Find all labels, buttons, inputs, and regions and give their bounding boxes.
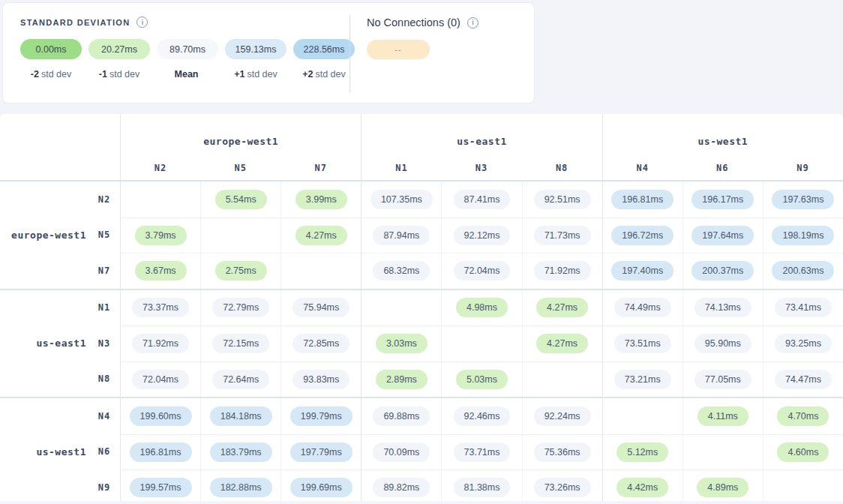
- latency-pill[interactable]: 92.24ms: [534, 406, 591, 426]
- latency-pill[interactable]: 89.82ms: [373, 478, 430, 497]
- info-icon[interactable]: i: [136, 16, 148, 28]
- latency-pill[interactable]: 68.32ms: [373, 261, 430, 280]
- latency-pill[interactable]: 5.54ms: [215, 190, 267, 209]
- latency-pill[interactable]: 5.12ms: [616, 442, 668, 462]
- latency-cell: 87.94ms: [361, 218, 441, 254]
- latency-pill[interactable]: 4.89ms: [697, 478, 748, 497]
- latency-pill[interactable]: 200.37ms: [692, 261, 754, 280]
- latency-pill[interactable]: 184.18ms: [210, 406, 272, 426]
- self-cell: [280, 253, 361, 289]
- latency-cell: 5.54ms: [200, 182, 280, 218]
- latency-pill[interactable]: 199.69ms: [290, 478, 352, 497]
- latency-pill[interactable]: 4.27ms: [536, 298, 588, 317]
- latency-pill[interactable]: 4.27ms: [296, 226, 347, 245]
- latency-pill[interactable]: 71.92ms: [534, 261, 591, 280]
- latency-pill[interactable]: 73.71ms: [454, 442, 511, 462]
- row-region-label: [0, 398, 88, 434]
- latency-cell: 71.73ms: [522, 218, 602, 254]
- latency-pill[interactable]: 75.94ms: [292, 298, 350, 317]
- latency-pill[interactable]: 4.42ms: [616, 478, 668, 497]
- latency-cell: 196.17ms: [682, 182, 763, 218]
- latency-pill[interactable]: 197.79ms: [290, 442, 352, 462]
- latency-pill[interactable]: 81.38ms: [454, 478, 511, 497]
- self-cell: [200, 218, 280, 254]
- latency-pill[interactable]: 71.92ms: [132, 334, 189, 353]
- latency-dashboard: STANDARD DEVIATION i 0.00ms-2std dev20.2…: [0, 0, 843, 504]
- latency-pill[interactable]: 87.41ms: [454, 190, 511, 209]
- latency-pill[interactable]: 72.85ms: [292, 334, 350, 353]
- legend-card: STANDARD DEVIATION i 0.00ms-2std dev20.2…: [2, 2, 535, 104]
- latency-pill[interactable]: 72.64ms: [212, 370, 269, 389]
- latency-pill[interactable]: 4.60ms: [777, 442, 829, 462]
- latency-cell: 92.24ms: [522, 398, 602, 434]
- latency-pill[interactable]: 92.51ms: [534, 190, 591, 209]
- latency-pill[interactable]: 71.73ms: [534, 226, 591, 245]
- latency-pill[interactable]: 199.79ms: [290, 406, 352, 426]
- latency-pill[interactable]: 77.05ms: [694, 370, 752, 389]
- latency-pill[interactable]: 5.03ms: [456, 370, 508, 389]
- latency-pill[interactable]: 200.63ms: [772, 261, 834, 280]
- latency-pill[interactable]: 107.35ms: [370, 190, 433, 209]
- latency-pill[interactable]: 196.72ms: [611, 226, 674, 245]
- latency-pill[interactable]: 75.36ms: [534, 442, 591, 462]
- latency-cell: 68.32ms: [361, 253, 441, 289]
- latency-pill[interactable]: 197.64ms: [692, 226, 754, 245]
- self-cell: [361, 290, 441, 326]
- info-icon[interactable]: i: [467, 17, 478, 28]
- row-region-label: [0, 470, 88, 501]
- latency-cell: 4.60ms: [763, 434, 843, 470]
- latency-pill[interactable]: 73.41ms: [775, 298, 832, 317]
- latency-pill[interactable]: 182.88ms: [210, 478, 272, 497]
- latency-pill[interactable]: 4.27ms: [536, 334, 588, 353]
- latency-pill[interactable]: 197.63ms: [772, 190, 834, 209]
- latency-pill[interactable]: 92.46ms: [454, 406, 511, 426]
- latency-pill[interactable]: 69.88ms: [373, 406, 430, 426]
- latency-pill[interactable]: 95.90ms: [694, 334, 752, 353]
- latency-pill[interactable]: 4.11ms: [698, 406, 748, 426]
- latency-cell: 77.05ms: [682, 362, 763, 398]
- latency-pill[interactable]: 73.37ms: [132, 298, 189, 317]
- latency-pill[interactable]: 198.19ms: [772, 226, 834, 245]
- latency-pill[interactable]: 92.12ms: [454, 226, 511, 245]
- latency-pill[interactable]: 196.81ms: [130, 442, 192, 462]
- latency-pill[interactable]: 197.40ms: [611, 261, 674, 280]
- latency-pill[interactable]: 196.17ms: [692, 190, 754, 209]
- latency-pill[interactable]: 3.99ms: [296, 190, 347, 209]
- column-node-header: N8: [522, 156, 602, 180]
- latency-pill[interactable]: 3.67ms: [135, 261, 187, 280]
- latency-pill[interactable]: 93.25ms: [775, 334, 832, 353]
- latency-pill[interactable]: 4.98ms: [456, 298, 508, 317]
- latency-pill[interactable]: 196.81ms: [611, 190, 674, 209]
- stddev-stop-label: +2std dev: [302, 69, 346, 80]
- latency-pill[interactable]: 2.89ms: [376, 370, 428, 389]
- row-node-label: N4: [88, 398, 120, 434]
- latency-pill[interactable]: 73.51ms: [614, 334, 671, 353]
- latency-cell: 71.92ms: [522, 253, 602, 289]
- latency-pill[interactable]: 73.26ms: [534, 478, 591, 497]
- latency-pill[interactable]: 74.47ms: [775, 370, 832, 389]
- latency-pill[interactable]: 72.04ms: [454, 261, 511, 280]
- latency-pill[interactable]: 199.57ms: [130, 478, 192, 497]
- matrix-row: N4199.60ms184.18ms199.79ms69.88ms92.46ms…: [0, 398, 843, 434]
- latency-pill[interactable]: 74.13ms: [694, 298, 752, 317]
- latency-pill[interactable]: 3.03ms: [376, 334, 428, 353]
- latency-cell: 74.49ms: [602, 290, 682, 326]
- latency-pill[interactable]: 73.21ms: [614, 370, 671, 389]
- latency-pill[interactable]: 87.94ms: [373, 226, 430, 245]
- latency-cell: 72.64ms: [200, 362, 280, 398]
- matrix-row: europe-west1N53.79ms4.27ms87.94ms92.12ms…: [0, 218, 843, 254]
- column-region-header: us-east1: [361, 114, 602, 156]
- latency-pill[interactable]: 4.70ms: [777, 406, 829, 426]
- latency-matrix: europe-west1us-east1us-west1N2N5N7N1N3N8…: [0, 114, 843, 501]
- latency-pill[interactable]: 74.49ms: [614, 298, 671, 317]
- latency-pill[interactable]: 199.60ms: [130, 406, 192, 426]
- latency-pill[interactable]: 70.09ms: [373, 442, 430, 462]
- latency-pill[interactable]: 72.04ms: [132, 370, 189, 389]
- latency-pill[interactable]: 93.83ms: [292, 370, 350, 389]
- latency-pill[interactable]: 183.79ms: [210, 442, 272, 462]
- latency-pill[interactable]: 2.75ms: [215, 261, 267, 280]
- latency-pill[interactable]: 72.15ms: [212, 334, 269, 353]
- latency-pill[interactable]: 3.79ms: [135, 226, 187, 245]
- latency-pill[interactable]: 72.79ms: [212, 298, 269, 317]
- latency-cell: 93.25ms: [763, 326, 843, 362]
